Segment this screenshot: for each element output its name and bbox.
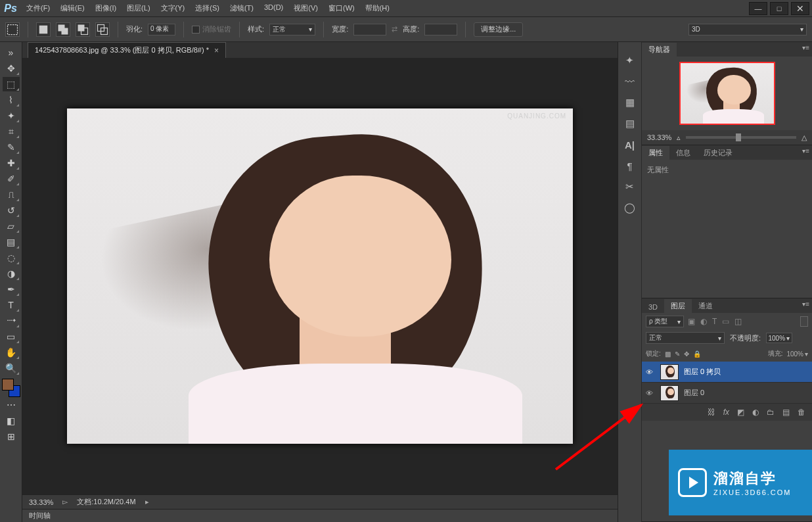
filter-type-icon[interactable]: T	[712, 317, 717, 326]
history-brush-tool[interactable]: ↺	[3, 203, 20, 218]
canvas[interactable]: QUANJING.COM	[67, 108, 573, 444]
cc-libraries-icon[interactable]: ◯	[623, 201, 637, 214]
path-select-tool[interactable]: ⭬	[3, 314, 20, 328]
layer-item[interactable]: 👁图层 0	[642, 383, 812, 404]
fill-input[interactable]: 100%▾	[786, 350, 808, 358]
layer-fx-icon[interactable]: fx	[723, 408, 729, 417]
adjustment-layer-icon[interactable]: ◐	[752, 408, 759, 417]
menu-item[interactable]: 窗口(W)	[323, 0, 360, 16]
layer-thumbnail[interactable]	[660, 385, 679, 401]
maximize-button[interactable]: □	[770, 2, 788, 15]
pen-tool[interactable]: ✒	[3, 282, 20, 297]
hand-tool[interactable]: ✋	[3, 345, 20, 360]
paragraph-icon[interactable]: ¶	[623, 159, 637, 172]
lock-pixels-icon[interactable]: ✎	[675, 350, 680, 358]
tools-presets-icon[interactable]: ✂	[623, 180, 637, 193]
filter-pixel-icon[interactable]: ▣	[688, 317, 695, 326]
properties-tab[interactable]: 属性	[642, 146, 669, 160]
panel-menu-icon[interactable]: ▾≡	[802, 147, 809, 154]
aux-tool-2[interactable]: ⊞	[3, 429, 20, 444]
zoom-out-icon[interactable]: ▵	[677, 133, 681, 142]
color-swatches[interactable]	[2, 379, 20, 397]
new-selection-icon[interactable]	[36, 22, 51, 37]
menu-item[interactable]: 帮助(H)	[360, 0, 395, 16]
zoom-readout[interactable]: 33.33%	[29, 498, 53, 506]
brush-tool[interactable]: ✐	[3, 172, 20, 186]
type-tool[interactable]: T	[3, 298, 20, 312]
aux-tool-1[interactable]: ◧	[3, 414, 20, 428]
intersect-selection-icon[interactable]	[95, 22, 110, 37]
layer-item[interactable]: 👁图层 0 拷贝	[642, 362, 812, 383]
eyedropper-tool[interactable]: ✎	[3, 140, 20, 154]
subtract-selection-icon[interactable]	[76, 22, 90, 37]
timeline-panel-tab[interactable]: 时间轴	[22, 509, 618, 522]
lock-position-icon[interactable]: ✥	[684, 350, 689, 358]
refine-edge-button[interactable]: 调整边缘...	[474, 22, 523, 37]
visibility-icon[interactable]: 👁	[646, 368, 655, 376]
aux-tool-0[interactable]: ⋯	[3, 398, 20, 412]
panel-menu-icon[interactable]: ▾≡	[802, 44, 809, 51]
layers-tab[interactable]: 3D	[642, 301, 664, 313]
blur-tool[interactable]: ◌	[3, 250, 20, 265]
navigator-thumbnail[interactable]	[679, 62, 775, 125]
feather-input[interactable]: 0 像素	[148, 24, 175, 36]
doc-info-arrow-icon[interactable]: ▸	[145, 498, 149, 506]
navigator-zoom-slider[interactable]	[686, 136, 796, 139]
properties-tab[interactable]: 信息	[669, 146, 697, 160]
lasso-tool[interactable]: ⌇	[3, 93, 20, 107]
gradient-tool[interactable]: ▤	[3, 235, 20, 249]
styles-icon[interactable]: ▤	[623, 117, 637, 130]
menu-item[interactable]: 选择(S)	[190, 0, 225, 16]
document-tab[interactable]: 1425437808663.jpg @ 33.3% (图层 0 拷贝, RGB/…	[28, 42, 226, 58]
width-input[interactable]	[353, 24, 386, 36]
collapse-icon[interactable]: »	[3, 45, 20, 60]
menu-item[interactable]: 图层(L)	[122, 0, 155, 16]
menu-item[interactable]: 文件(F)	[21, 0, 55, 16]
navigator-tab[interactable]: 导航器	[642, 43, 677, 57]
wand-tool[interactable]: ✦	[3, 108, 20, 123]
move-tool[interactable]: ✥	[3, 61, 20, 76]
layers-tab[interactable]: 图层	[664, 299, 692, 313]
marquee-tool[interactable]: ⬚	[3, 77, 20, 91]
stamp-tool[interactable]: ⎍	[3, 187, 20, 202]
filter-smart-icon[interactable]: ◫	[734, 317, 742, 326]
minimize-button[interactable]: —	[749, 2, 767, 15]
menu-item[interactable]: 编辑(E)	[55, 0, 90, 16]
rectangle-tool[interactable]: ▭	[3, 329, 20, 344]
link-layers-icon[interactable]: ⛓	[708, 408, 715, 417]
close-tab-icon[interactable]: ×	[214, 46, 219, 55]
new-layer-icon[interactable]: ▤	[782, 408, 790, 417]
swap-wh-icon[interactable]: ⇄	[392, 25, 397, 34]
panel-menu-icon[interactable]: ▾≡	[802, 300, 809, 308]
add-selection-icon[interactable]	[56, 22, 70, 37]
zoom-arrow-icon[interactable]: ▻	[62, 498, 68, 506]
filter-shape-icon[interactable]: ▭	[722, 317, 729, 326]
crop-tool[interactable]: ⌗	[3, 124, 20, 139]
character-icon[interactable]: A|	[623, 138, 637, 151]
menu-item[interactable]: 图像(I)	[90, 0, 122, 16]
properties-tab[interactable]: 历史记录	[697, 146, 739, 160]
filter-switch[interactable]	[800, 316, 808, 327]
brush-presets-icon[interactable]: ✦	[623, 54, 637, 67]
filter-adjust-icon[interactable]: ◐	[700, 317, 707, 326]
menu-item[interactable]: 视图(V)	[288, 0, 323, 16]
lock-all-icon[interactable]: 🔒	[693, 350, 701, 358]
filter-kind-select[interactable]: ρ 类型▾	[646, 316, 684, 327]
zoom-tool[interactable]: 🔍	[3, 361, 20, 375]
menu-item[interactable]: 3D(D)	[259, 0, 288, 16]
swatches-icon[interactable]: ▦	[623, 96, 637, 109]
marquee-preset-icon[interactable]	[5, 22, 20, 37]
layer-group-icon[interactable]: 🗀	[767, 408, 775, 417]
doc-info-readout[interactable]: 文档:10.2M/20.4M	[77, 497, 135, 507]
blend-mode-select[interactable]: 正常▾	[646, 332, 725, 344]
layers-tab[interactable]: 通道	[692, 299, 719, 313]
visibility-icon[interactable]: 👁	[646, 389, 655, 397]
healing-tool[interactable]: ✚	[3, 156, 20, 170]
navigator-zoom-readout[interactable]: 33.33%	[647, 133, 671, 141]
layer-thumbnail[interactable]	[660, 364, 679, 380]
layer-mask-icon[interactable]: ◩	[737, 408, 744, 417]
eraser-tool[interactable]: ▱	[3, 219, 20, 233]
menu-item[interactable]: 文字(Y)	[156, 0, 191, 16]
lock-transparent-icon[interactable]: ▩	[665, 350, 671, 358]
workspace-select[interactable]: 3D▾	[688, 24, 807, 36]
